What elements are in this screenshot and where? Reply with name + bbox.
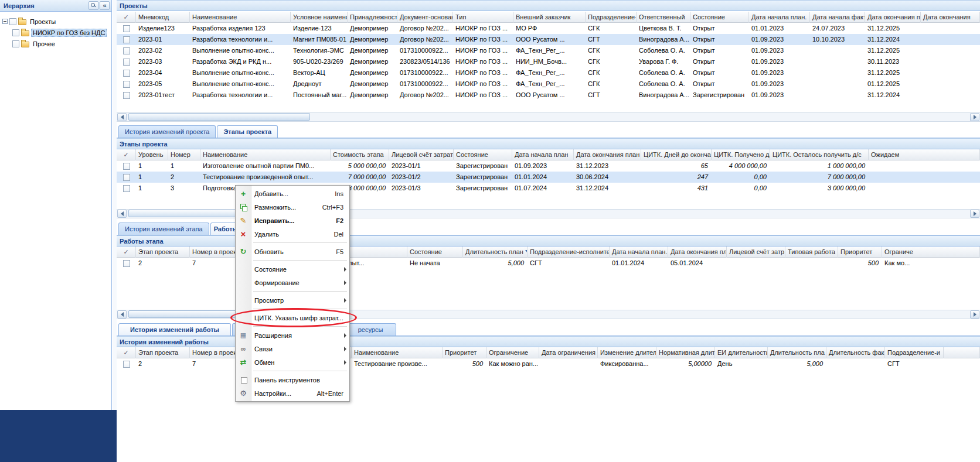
column-header[interactable]: Стоимость этапа xyxy=(331,149,389,160)
menu-item[interactable]: ОбновитьF5 xyxy=(236,245,349,258)
tree-item-niokr[interactable]: НИОКР по ГОЗ без НДС xyxy=(2,27,109,38)
row-checkbox[interactable] xyxy=(123,361,130,368)
column-header[interactable]: Внешний заказчик xyxy=(513,12,586,23)
table-row[interactable]: 2023-02Выполнение опытно-конс...Технолог… xyxy=(117,45,980,56)
scroll-right-button[interactable] xyxy=(970,210,979,218)
column-header[interactable]: Дата окончания план xyxy=(668,247,727,258)
table-row[interactable]: 2023-04Выполнение опытно-конс...Вектор-А… xyxy=(117,67,980,78)
column-header[interactable]: Документ-основан xyxy=(397,12,453,23)
menu-item[interactable]: Обмен xyxy=(236,355,349,369)
table-row[interactable]: 2023-01Разработка технологии и...Магнит … xyxy=(117,34,980,45)
table-row[interactable]: 12Тестирование произведенной опыт...7 00… xyxy=(117,172,980,183)
column-header[interactable]: Длительность пла xyxy=(768,347,826,358)
expander-minus-icon[interactable] xyxy=(2,19,8,24)
column-header[interactable]: Дата окончания план xyxy=(574,149,641,160)
column-header[interactable]: Ограничение xyxy=(486,347,539,358)
column-header[interactable]: Наименование xyxy=(352,347,443,358)
column-header[interactable]: Дата начала факт xyxy=(810,12,865,23)
row-checkbox[interactable] xyxy=(123,81,130,88)
tree-item-other[interactable]: Прочее xyxy=(2,38,109,49)
menu-item[interactable]: Размножить...Ctrl+F3 xyxy=(236,200,349,214)
column-header[interactable]: Дата начала план. xyxy=(610,247,668,258)
row-checkbox[interactable] xyxy=(123,174,130,181)
menu-item[interactable]: Связи xyxy=(236,342,349,355)
scroll-left-button[interactable] xyxy=(117,210,127,218)
column-header[interactable]: Уровень xyxy=(136,149,168,160)
column-header[interactable]: Наименование xyxy=(190,12,291,23)
tab[interactable]: Этапы проекта xyxy=(217,125,278,138)
table-row[interactable]: 2023-05Выполнение опытно-конс...Дредноут… xyxy=(117,78,980,90)
column-header[interactable]: ЕИ длительности xyxy=(715,347,768,358)
column-header[interactable]: Дата ограничения xyxy=(539,347,598,358)
column-header[interactable]: Дата окончания п xyxy=(865,12,921,23)
column-header[interactable]: Состояние xyxy=(407,247,463,258)
column-header[interactable]: ✓ xyxy=(117,12,136,23)
column-header[interactable]: Изменение длител xyxy=(598,347,656,358)
tab[interactable]: История изменений работы xyxy=(118,323,231,336)
column-header[interactable]: Состояние xyxy=(690,12,749,23)
column-header[interactable]: Подразделение-и xyxy=(885,347,944,358)
menu-item[interactable]: Формирование xyxy=(236,276,349,289)
menu-item[interactable]: Исправить...F2 xyxy=(236,214,349,227)
column-header[interactable]: ЦИТК. Получено д/с xyxy=(712,149,770,160)
column-header[interactable]: Условное наименова xyxy=(291,12,348,23)
find-button[interactable] xyxy=(89,1,98,10)
menu-item[interactable]: Расширения xyxy=(236,328,349,342)
row-checkbox[interactable] xyxy=(123,185,130,192)
row-checkbox[interactable] xyxy=(123,25,130,32)
tree-checkbox[interactable] xyxy=(9,18,16,25)
column-header[interactable]: Наименование xyxy=(200,149,331,160)
column-header[interactable]: Длительность план xyxy=(463,247,528,258)
row-checkbox[interactable] xyxy=(123,70,130,77)
column-header[interactable] xyxy=(944,347,980,358)
column-header[interactable]: Подразделение-от xyxy=(586,12,637,23)
scrollbar-track[interactable] xyxy=(127,113,969,121)
column-header[interactable]: Дата окончания xyxy=(921,12,980,23)
tree-checkbox[interactable] xyxy=(12,40,19,47)
row-checkbox[interactable] xyxy=(123,92,130,99)
column-header[interactable]: ✓ xyxy=(117,149,136,160)
tab[interactable]: ресурсы xyxy=(345,323,396,336)
row-checkbox[interactable] xyxy=(123,59,130,66)
scrollbar-thumb[interactable] xyxy=(128,113,310,121)
column-header[interactable]: Ограниче xyxy=(882,247,980,258)
column-header[interactable]: Ожидаем xyxy=(869,149,980,160)
table-row[interactable]: 2023-01тестРазработка технологии и...Пос… xyxy=(117,90,980,101)
row-checkbox[interactable] xyxy=(123,47,130,54)
column-header[interactable]: Дата начала план xyxy=(512,149,574,160)
scroll-right-button[interactable] xyxy=(970,310,979,319)
column-header[interactable]: Нормативная длит xyxy=(656,347,715,358)
menu-item[interactable]: Просмотр xyxy=(236,293,349,307)
column-header[interactable]: Состояние xyxy=(454,149,512,160)
column-header[interactable]: Подразделение-исполнитель.. xyxy=(528,247,610,258)
column-header[interactable]: Приоритет xyxy=(838,247,882,258)
row-checkbox[interactable] xyxy=(123,36,130,43)
column-header[interactable]: Мнемокод xyxy=(136,12,190,23)
column-header[interactable]: Дата начала план. xyxy=(749,12,810,23)
column-header[interactable]: ✓ xyxy=(117,247,136,258)
menu-item[interactable]: Добавить...Ins xyxy=(236,187,349,200)
column-header[interactable]: Тип xyxy=(453,12,513,23)
tab[interactable]: История изменений этапа xyxy=(118,223,209,235)
column-header[interactable]: Принадлежность xyxy=(348,12,397,23)
collapse-panel-button[interactable] xyxy=(100,1,110,10)
table-row[interactable]: Изделие123Разработка изделия 123Изделие-… xyxy=(117,23,980,34)
column-header[interactable]: ✓ xyxy=(117,347,136,358)
row-checkbox[interactable] xyxy=(123,163,130,170)
scroll-right-button[interactable] xyxy=(970,113,979,121)
tab[interactable]: История изменений проекта xyxy=(118,125,216,138)
column-header[interactable]: ЦИТК. Осталось получить д/с xyxy=(770,149,869,160)
menu-item[interactable]: ЦИТК. Указать шифр затрат... xyxy=(236,311,349,324)
row-checkbox[interactable] xyxy=(123,260,130,267)
scroll-left-button[interactable] xyxy=(117,310,127,319)
column-header[interactable]: Номер xyxy=(168,149,200,160)
menu-item[interactable]: Панель инструментов xyxy=(236,373,349,386)
column-header[interactable]: Этап проекта xyxy=(136,347,190,358)
scroll-left-button[interactable] xyxy=(117,113,127,121)
sidebar-splitter[interactable] xyxy=(113,0,117,410)
column-header[interactable]: Типовая работа xyxy=(785,247,838,258)
column-header[interactable]: Длительность фак xyxy=(826,347,885,358)
column-header[interactable]: Приоритет xyxy=(443,347,486,358)
column-header[interactable]: Лицевой счёт затр xyxy=(727,247,785,258)
tree-checkbox[interactable] xyxy=(12,29,19,36)
